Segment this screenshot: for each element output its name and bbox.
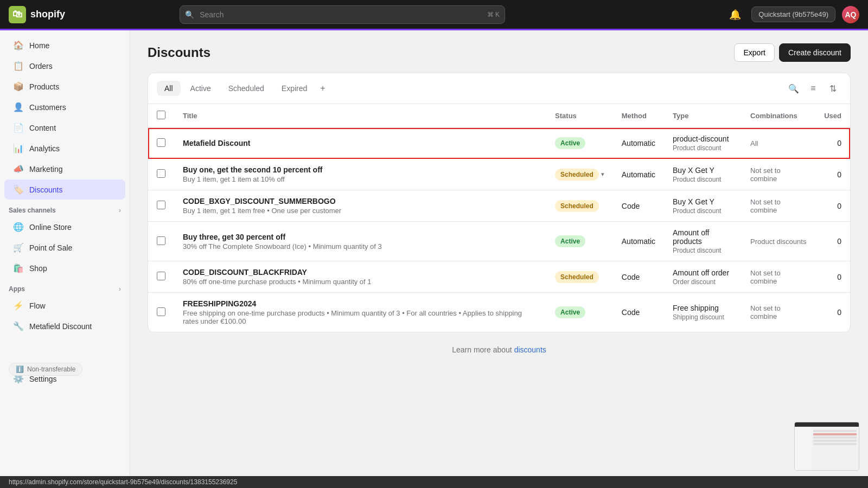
page-title: Discounts xyxy=(148,45,210,60)
logo-text: shopify xyxy=(30,9,65,20)
table-row[interactable]: CODE_DISCOUNT_BLACKFRIDAY 80% off one-ti… xyxy=(148,261,850,293)
sidebar-item-online-store[interactable]: 🌐 Online Store xyxy=(4,217,125,237)
sidebar-item-point-of-sale[interactable]: 🛒 Point of Sale xyxy=(4,237,125,258)
row-checkbox[interactable] xyxy=(157,169,165,178)
search-bar[interactable]: 🔍 ⌘ K xyxy=(180,5,505,24)
sidebar-item-customers[interactable]: 👤 Customers xyxy=(4,97,125,117)
status-chevron[interactable]: ▾ xyxy=(601,171,604,178)
sidebar-label-flow: Flow xyxy=(29,301,46,310)
type-main: product-discount xyxy=(673,134,733,143)
row-checkbox[interactable] xyxy=(157,236,165,245)
discount-title: CODE_DISCOUNT_BLACKFRIDAY xyxy=(183,268,538,277)
discount-subtitle: Buy 1 item, get 1 item free • One use pe… xyxy=(183,207,538,215)
select-all-header xyxy=(148,104,174,128)
discounts-learn-link[interactable]: discounts xyxy=(514,345,546,354)
tab-all[interactable]: All xyxy=(157,81,181,96)
type-main: Amount off products xyxy=(673,228,733,246)
method-cell: Code xyxy=(613,190,664,222)
combinations-cell: Not set to combine xyxy=(742,190,815,222)
sidebar-item-marketing[interactable]: 📣 Marketing xyxy=(4,159,125,179)
title-cell: Buy three, get 30 percent off 30% off Th… xyxy=(174,222,546,261)
type-main: Buy X Get Y xyxy=(673,166,733,175)
table-row[interactable]: Metafield Discount Active Automatic prod… xyxy=(148,128,850,159)
combinations-header: Combinations xyxy=(742,104,815,128)
topbar-right: 🔔 Quickstart (9b575e49) AQ xyxy=(725,5,859,24)
sidebar-item-shop[interactable]: 🛍️ Shop xyxy=(4,258,125,278)
sidebar: 🏠 Home 📋 Orders 📦 Products 👤 Customers 📄… xyxy=(0,30,130,476)
status-cell: Active xyxy=(546,293,613,332)
combinations-cell: Not set to combine xyxy=(742,261,815,293)
combinations-cell: All xyxy=(742,128,815,159)
filter-button[interactable]: ≡ xyxy=(805,80,822,97)
search-shortcut: ⌘ K xyxy=(487,11,500,18)
row-checkbox-cell xyxy=(148,222,174,261)
create-discount-button[interactable]: Create discount xyxy=(779,43,851,62)
sidebar-label-metafield: Metafield Discount xyxy=(29,322,92,331)
used-cell: 0 xyxy=(815,159,850,190)
method-cell: Automatic xyxy=(613,222,664,261)
footer-learn: Learn more about discounts xyxy=(148,345,851,354)
main-content: Discounts Export Create discount All Act… xyxy=(130,30,868,476)
sidebar-item-content[interactable]: 📄 Content xyxy=(4,118,125,138)
tab-expired[interactable]: Expired xyxy=(274,81,315,96)
sidebar-label-home: Home xyxy=(29,41,49,50)
sidebar-label-pos: Point of Sale xyxy=(29,243,72,252)
sidebar-item-metafield-discount[interactable]: 🔧 Metafield Discount xyxy=(4,316,125,336)
tab-add-button[interactable]: + xyxy=(317,80,328,97)
products-icon: 📦 xyxy=(13,81,24,92)
status-cell: Scheduled xyxy=(546,261,613,293)
status-cell: Scheduled xyxy=(546,190,613,222)
search-input[interactable] xyxy=(180,5,505,24)
sidebar-item-orders[interactable]: 📋 Orders xyxy=(4,56,125,76)
title-cell: FREESHIPPING2024 Free shipping on one-ti… xyxy=(174,293,546,332)
tab-scheduled[interactable]: Scheduled xyxy=(221,81,272,96)
sidebar-item-analytics[interactable]: 📊 Analytics xyxy=(4,138,125,158)
sidebar-item-discounts[interactable]: 🏷️ Discounts xyxy=(4,179,125,200)
tab-active[interactable]: Active xyxy=(183,81,219,96)
type-sub: Product discount xyxy=(673,176,733,183)
row-checkbox-cell xyxy=(148,261,174,293)
title-cell: Buy one, get the second 10 percent off B… xyxy=(174,159,546,190)
content-icon: 📄 xyxy=(13,123,24,133)
table-body: Metafield Discount Active Automatic prod… xyxy=(148,128,850,332)
flow-icon: ⚡ xyxy=(13,300,24,311)
type-cell: Buy X Get Y Product discount xyxy=(664,190,742,222)
sidebar-item-flow[interactable]: ⚡ Flow xyxy=(4,296,125,316)
used-cell: 0 xyxy=(815,261,850,293)
row-checkbox[interactable] xyxy=(157,307,165,316)
notifications-button[interactable]: 🔔 xyxy=(725,5,745,24)
shopify-bag-icon: 🛍 xyxy=(9,6,26,23)
discounts-table: Title Status Method Type Combinations Us… xyxy=(148,104,850,332)
type-sub: Product discount xyxy=(673,207,733,215)
search-filter-button[interactable]: 🔍 xyxy=(785,80,802,97)
sort-button[interactable]: ⇅ xyxy=(824,80,841,97)
combinations-cell: Product discounts xyxy=(742,222,815,261)
type-header: Type xyxy=(664,104,742,128)
sidebar-label-customers: Customers xyxy=(29,103,66,112)
export-button[interactable]: Export xyxy=(734,43,774,62)
used-cell: 0 xyxy=(815,190,850,222)
sidebar-item-home[interactable]: 🏠 Home xyxy=(4,35,125,55)
sidebar-label-analytics: Analytics xyxy=(29,144,60,153)
sidebar-label-online-store: Online Store xyxy=(29,223,72,232)
discount-title: Buy one, get the second 10 percent off xyxy=(183,165,538,174)
title-cell: CODE_BXGY_DISCOUNT_SUMMERBOGO Buy 1 item… xyxy=(174,190,546,222)
type-cell: Amount off products Product discount xyxy=(664,222,742,261)
select-all-checkbox[interactable] xyxy=(157,111,165,119)
sidebar-item-products[interactable]: 📦 Products xyxy=(4,76,125,97)
table-row[interactable]: Buy three, get 30 percent off 30% off Th… xyxy=(148,222,850,261)
store-selector-button[interactable]: Quickstart (9b575e49) xyxy=(751,7,835,22)
discount-subtitle: 30% off The Complete Snowboard (Ice) • M… xyxy=(183,242,538,251)
table-row[interactable]: FREESHIPPING2024 Free shipping on one-ti… xyxy=(148,293,850,332)
combinations-cell: Not set to combine xyxy=(742,159,815,190)
sidebar-label-shop: Shop xyxy=(29,264,47,273)
row-checkbox[interactable] xyxy=(157,201,165,209)
table-row[interactable]: CODE_BXGY_DISCOUNT_SUMMERBOGO Buy 1 item… xyxy=(148,190,850,222)
discount-subtitle: Free shipping on one-time purchase produ… xyxy=(183,309,538,325)
row-checkbox[interactable] xyxy=(157,272,165,280)
marketing-icon: 📣 xyxy=(13,164,24,174)
row-checkbox-cell xyxy=(148,128,174,159)
table-row[interactable]: Buy one, get the second 10 percent off B… xyxy=(148,159,850,190)
avatar[interactable]: AQ xyxy=(842,6,859,23)
row-checkbox[interactable] xyxy=(157,138,165,147)
